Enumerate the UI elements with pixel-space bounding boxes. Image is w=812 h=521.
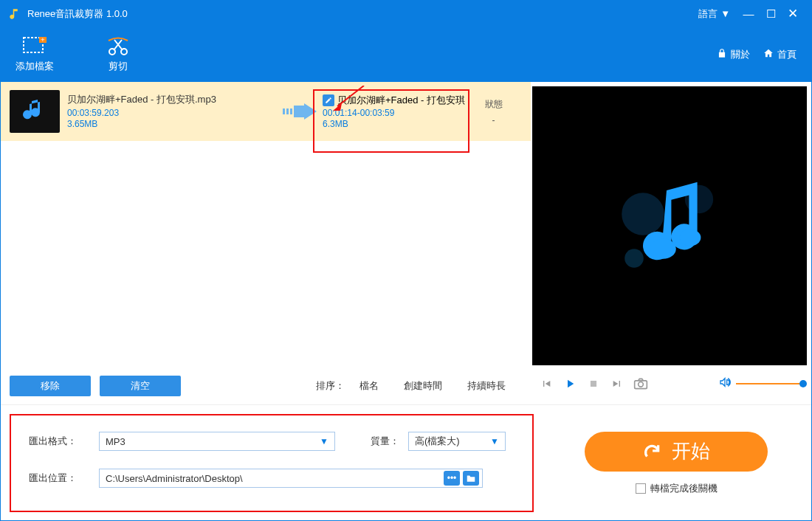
- about-label: 關於: [731, 48, 750, 61]
- svg-rect-13: [591, 381, 596, 387]
- svg-text:+: +: [41, 37, 44, 44]
- home-icon: [763, 48, 774, 61]
- browse-button[interactable]: •••: [444, 471, 460, 486]
- play-button[interactable]: [562, 376, 578, 392]
- volume-slider[interactable]: [736, 383, 804, 384]
- sort-by-created[interactable]: 創建時間: [404, 379, 442, 393]
- sort-by-duration[interactable]: 持續時長: [467, 379, 506, 393]
- edit-icon[interactable]: [323, 94, 334, 106]
- preview-pane: [532, 86, 807, 365]
- file-size: 3.65MB: [67, 119, 281, 129]
- home-link[interactable]: 首頁: [763, 48, 796, 61]
- export-settings: 匯出格式： MP3 ▼ 質量： 高(檔案大) ▼ 匯出位置： C:\Users\…: [10, 414, 534, 512]
- close-button[interactable]: ✕: [782, 3, 804, 25]
- language-menu[interactable]: 語言 ▼: [698, 7, 730, 21]
- app-icon: [8, 7, 21, 21]
- svg-point-11: [650, 239, 676, 259]
- list-footer: 移除 清空 排序： 檔名 創建時間 持續時長: [1, 368, 531, 404]
- stop-button[interactable]: [585, 376, 602, 392]
- language-label: 語言: [698, 7, 718, 21]
- chevron-down-icon: ▼: [320, 436, 328, 446]
- output-path-field[interactable]: C:\Users\Administrator\Desktop\ •••: [99, 469, 483, 488]
- title-bar: Renee音訊裁剪器 1.0.0 語言 ▼ — ☐ ✕: [1, 1, 811, 27]
- open-folder-button[interactable]: [463, 471, 479, 486]
- add-file-button[interactable]: + 添加檔案: [16, 36, 54, 73]
- cut-label: 剪切: [109, 60, 128, 73]
- minimize-button[interactable]: —: [737, 3, 760, 25]
- format-value: MP3: [106, 436, 125, 447]
- arrow-icon: [281, 103, 318, 120]
- app-title: Renee音訊裁剪器 1.0.0: [27, 7, 128, 21]
- toolbar: + 添加檔案 剪切 關於 首頁: [1, 27, 811, 82]
- sort-label: 排序：: [316, 379, 345, 393]
- remove-button[interactable]: 移除: [10, 376, 91, 396]
- refresh-icon: [642, 442, 661, 461]
- output-range: 00:01:14-00:03:59: [323, 108, 465, 118]
- format-select[interactable]: MP3 ▼: [99, 432, 335, 451]
- svg-point-12: [680, 230, 701, 246]
- chevron-down-icon: ▼: [490, 436, 499, 446]
- player-controls: [531, 365, 811, 402]
- volume-icon[interactable]: [718, 376, 732, 391]
- start-label: 开始: [672, 438, 710, 464]
- output-name: 贝加尔湖畔+Faded - 打包安琪: [337, 94, 465, 107]
- add-file-icon: +: [22, 36, 47, 57]
- cut-button[interactable]: 剪切: [106, 36, 131, 73]
- format-label: 匯出格式：: [29, 435, 99, 448]
- start-button[interactable]: 开始: [585, 432, 768, 472]
- prev-button[interactable]: [538, 376, 554, 392]
- add-file-label: 添加檔案: [16, 60, 54, 73]
- svg-point-10: [625, 249, 644, 268]
- quality-select[interactable]: 高(檔案大) ▼: [408, 432, 506, 451]
- next-button[interactable]: [609, 376, 625, 392]
- path-value: C:\Users\Administrator\Desktop\: [106, 473, 243, 484]
- output-size: 6.3MB: [323, 119, 465, 129]
- file-list: 贝加尔湖畔+Faded - 打包安琪.mp3 00:03:59.203 3.65…: [1, 82, 531, 368]
- svg-rect-5: [283, 108, 285, 114]
- file-duration: 00:03:59.203: [67, 108, 281, 118]
- path-label: 匯出位置：: [29, 472, 99, 485]
- home-label: 首頁: [777, 48, 796, 61]
- svg-point-8: [622, 193, 664, 235]
- lock-icon: [717, 48, 727, 61]
- status-header: 狀態: [465, 98, 522, 111]
- file-thumbnail: [10, 90, 60, 133]
- file-row[interactable]: 贝加尔湖畔+Faded - 打包安琪.mp3 00:03:59.203 3.65…: [1, 82, 531, 141]
- file-name: 贝加尔湖畔+Faded - 打包安琪.mp3: [67, 93, 281, 106]
- chevron-down-icon: ▼: [720, 8, 730, 19]
- sort-by-name[interactable]: 檔名: [359, 379, 379, 393]
- status-value: -: [465, 115, 522, 125]
- svg-point-15: [639, 382, 644, 387]
- quality-value: 高(檔案大): [415, 435, 460, 448]
- clear-button[interactable]: 清空: [100, 376, 181, 396]
- snapshot-button[interactable]: [633, 376, 649, 392]
- svg-rect-6: [286, 108, 289, 114]
- maximize-button[interactable]: ☐: [760, 3, 782, 25]
- shutdown-label: 轉檔完成後關機: [650, 482, 718, 495]
- quality-label: 質量：: [371, 435, 399, 448]
- svg-rect-7: [290, 108, 292, 114]
- shutdown-checkbox[interactable]: [636, 483, 646, 494]
- scissors-icon: [106, 36, 131, 57]
- about-link[interactable]: 關於: [717, 48, 750, 61]
